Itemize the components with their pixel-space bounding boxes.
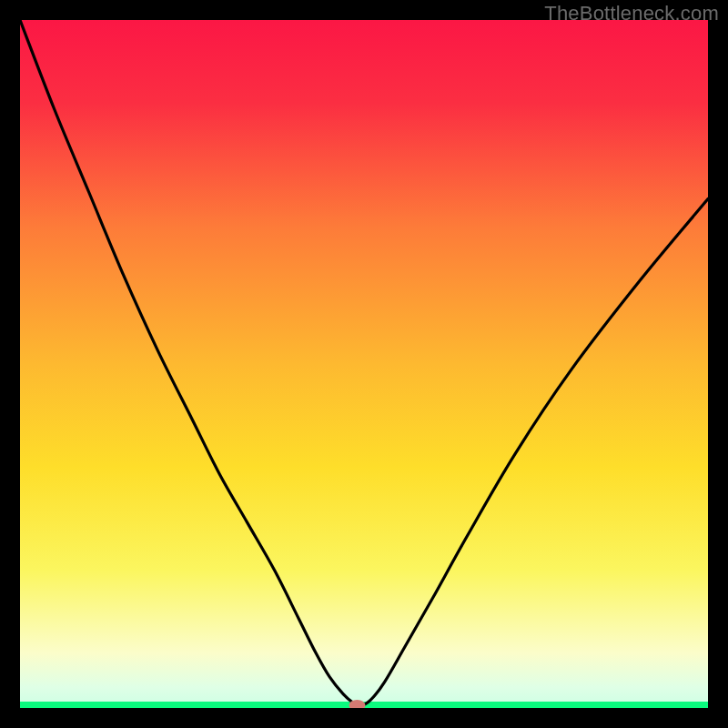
chart-svg xyxy=(20,20,708,708)
plot-area xyxy=(20,20,708,708)
gradient-background xyxy=(20,20,708,708)
chart-frame: TheBottleneck.com xyxy=(0,0,728,728)
